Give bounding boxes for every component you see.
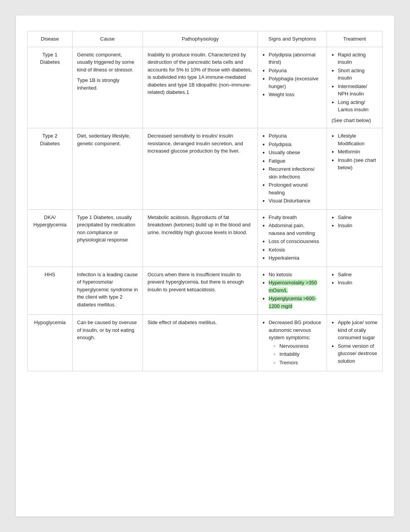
- treatment-item: Intermediate/ NPH insulin: [332, 83, 378, 98]
- cell-cause: Infection is a leading cause of hyperosm…: [72, 267, 143, 315]
- sign-sub-item: Irritability: [273, 350, 322, 358]
- table-row: HypoglycemiaCan be caused by overuse of …: [28, 315, 383, 371]
- main-table: Disease Cause Pathophysiology Signs and …: [27, 31, 383, 371]
- cell-disease: Hypoglycemia: [28, 315, 73, 371]
- col-header-signs: Signs and Symptoms: [258, 31, 327, 47]
- cell-disease: Type 2 Diabetes: [28, 128, 73, 210]
- cell-signs: Fruity breathAbdominal pain, nausea and …: [258, 209, 327, 267]
- treatment-item: Short acting insulin: [332, 67, 378, 82]
- treatment-item: Insulin: [332, 279, 378, 287]
- cell-disease: HHS: [28, 267, 73, 315]
- cell-treatment: SalineInsulin: [327, 209, 382, 267]
- cell-signs: Decreased BG produce autonomic nervous s…: [258, 315, 327, 371]
- table-row: Type 2 DiabetesDiet, sedentary lifestyle…: [28, 128, 383, 210]
- cell-disease: Type 1 Diabetes: [28, 47, 73, 128]
- cell-treatment: SalineInsulin: [327, 267, 382, 315]
- sign-item: Decreased BG produce autonomic nervous s…: [263, 319, 322, 366]
- treatment-item: Apple juice/ some kind of orally consume…: [332, 319, 378, 342]
- sign-sub-item: Nervousness: [273, 342, 322, 350]
- table-row: DKA/ HyperglycemiaType 1 Diabetes, usual…: [28, 209, 383, 267]
- treatment-note: (See chart below): [332, 117, 378, 124]
- col-header-disease: Disease: [28, 31, 73, 47]
- col-header-treatment: Treatment: [327, 31, 382, 47]
- sign-item: No ketosis: [263, 271, 322, 279]
- sign-item: Polyphagia (excessive hunger): [263, 75, 322, 90]
- cell-pathophysiology: Decreased sensitivity to insulin/ insuli…: [143, 128, 258, 210]
- cell-pathophysiology: Occurs when there is insufficient insuli…: [143, 267, 258, 315]
- sign-item: Weight loss: [263, 91, 322, 99]
- sign-item: Usually obese: [263, 149, 322, 156]
- cell-treatment: Rapid acting insulinShort acting insulin…: [327, 47, 382, 128]
- page-container: Disease Cause Pathophysiology Signs and …: [16, 15, 394, 517]
- cell-pathophysiology: Metabolic acidosis. Byproducts of fat br…: [143, 209, 258, 267]
- table-row: HHSInfection is a leading cause of hyper…: [28, 267, 383, 315]
- treatment-item: Insulin (see chart below): [332, 156, 378, 172]
- cell-cause: Type 1 Diabetes, usually precipitated by…: [72, 209, 143, 267]
- cell-cause: Diet, sedentary lifestyle, genetic compo…: [72, 128, 143, 210]
- sign-item: Polyuria: [263, 67, 322, 75]
- sign-item: Hyperkalemia: [263, 254, 322, 262]
- cell-cause: Genetic component, usually triggered by …: [72, 47, 143, 128]
- treatment-item: Lifestyle Modification: [332, 132, 378, 147]
- treatment-item: Saline: [332, 214, 378, 221]
- treatment-item: Some version of glucose/ dextrose soluti…: [332, 342, 378, 365]
- treatment-item: Saline: [332, 271, 378, 279]
- sign-item: Fatigue: [263, 157, 322, 165]
- sign-item: Ketosis: [263, 246, 322, 254]
- cell-treatment: Apple juice/ some kind of orally consume…: [327, 315, 382, 371]
- cell-pathophysiology: Inability to produce insulin. Characteri…: [143, 47, 258, 128]
- treatment-item: Insulin: [332, 222, 378, 229]
- treatment-item: Long acting/ Lantus insulin: [332, 99, 378, 114]
- sign-sub-item: Tremors: [273, 359, 322, 367]
- treatment-item: Rapid acting insulin: [332, 51, 378, 66]
- cell-disease: DKA/ Hyperglycemia: [28, 209, 73, 267]
- cell-signs: PolyuriaPolydipsiaUsually obeseFatigueRe…: [258, 128, 327, 210]
- sign-item: Polydipsia (abnormal thirst): [263, 51, 322, 66]
- treatment-item: Metformin: [332, 148, 378, 156]
- sign-item: Hyperosmolality >350 mOsm/L: [263, 279, 322, 294]
- cell-treatment: Lifestyle ModificationMetforminInsulin (…: [327, 128, 382, 210]
- sign-item: Fruity breath: [263, 214, 322, 221]
- col-header-cause: Cause: [72, 31, 143, 47]
- sign-item: Abdominal pain, nausea and vomiting: [263, 222, 322, 237]
- sign-item: Recurrent infections/ skin infections: [263, 165, 322, 180]
- sign-item: Polyuria: [263, 132, 322, 140]
- col-header-pathophysiology: Pathophysiology: [143, 31, 258, 47]
- sign-item: Polydipsia: [263, 141, 322, 148]
- cell-pathophysiology: Side effect of diabetes mellitus.: [143, 315, 258, 371]
- cell-signs: Polydipsia (abnormal thirst)PolyuriaPoly…: [258, 47, 327, 128]
- sign-item: Loss of consciousness: [263, 238, 322, 245]
- sign-item: Prolonged wound healing: [263, 181, 322, 196]
- cell-cause: Can be caused by overuse of insulin, or …: [72, 315, 143, 371]
- sign-item: Hyperglycemia >600-1200 mg/d: [263, 295, 322, 310]
- table-row: Type 1 DiabetesGenetic component, usuall…: [28, 47, 383, 128]
- cell-signs: No ketosisHyperosmolality >350 mOsm/LHyp…: [258, 267, 327, 315]
- sign-item: Visual Disturbance: [263, 197, 322, 205]
